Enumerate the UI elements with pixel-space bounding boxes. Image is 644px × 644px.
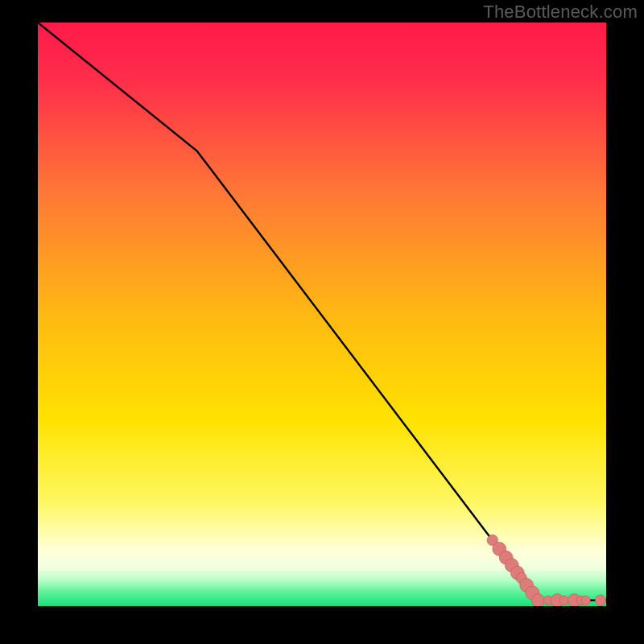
plot-area [38,23,606,606]
data-marker [559,596,568,605]
chart-svg [38,23,606,606]
data-marker [581,596,590,605]
data-marker [595,595,605,605]
chart-container: TheBottleneck.com [0,0,644,644]
attribution-label: TheBottleneck.com [483,2,638,23]
data-marker [531,594,544,606]
